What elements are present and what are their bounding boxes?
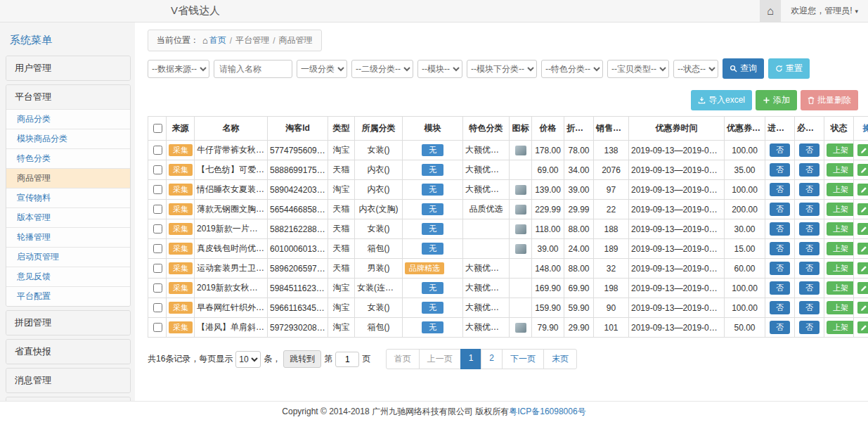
must-buy-toggle[interactable]: 否: [799, 262, 820, 275]
edit-button[interactable]: [857, 262, 868, 274]
sidebar-subitem-1-1[interactable]: 模块商品分类: [6, 129, 130, 148]
must-buy-toggle[interactable]: 否: [799, 143, 820, 157]
cell-actions: [854, 298, 868, 318]
row-checkbox[interactable]: [153, 185, 162, 194]
status-button[interactable]: 上架: [827, 262, 854, 275]
breadcrumb-home[interactable]: ⌂ 首页: [202, 34, 226, 46]
sidebar-item-0[interactable]: 用户管理: [6, 56, 130, 80]
status-button[interactable]: 上架: [827, 163, 854, 177]
import-select-toggle[interactable]: 否: [770, 281, 790, 295]
import-select-toggle[interactable]: 否: [770, 301, 790, 314]
page-button-3[interactable]: 2: [481, 349, 503, 369]
status-button[interactable]: 上架: [827, 203, 854, 216]
must-buy-toggle[interactable]: 否: [799, 321, 820, 334]
home-button[interactable]: ⌂: [760, 0, 781, 23]
must-buy-toggle[interactable]: 否: [799, 222, 820, 236]
sidebar-subitem-1-6[interactable]: 轮播管理: [6, 227, 130, 247]
edit-button[interactable]: [857, 302, 868, 314]
cell-taoke_id: 577479560965: [268, 141, 328, 160]
feature-category-filter[interactable]: --特色分类--: [541, 60, 603, 78]
row-checkbox[interactable]: [153, 146, 162, 155]
row-checkbox[interactable]: [153, 323, 162, 332]
status-button[interactable]: 上架: [827, 321, 854, 334]
add-button[interactable]: 添加: [756, 90, 797, 110]
must-buy-toggle[interactable]: 否: [799, 242, 820, 255]
sidebar-subitem-1-0[interactable]: 商品分类: [6, 109, 130, 129]
sidebar-item-4[interactable]: 消息管理: [6, 369, 130, 392]
module-filter[interactable]: --模块--: [417, 60, 462, 78]
row-checkbox[interactable]: [153, 264, 162, 273]
status-button[interactable]: 上架: [827, 222, 854, 236]
table-row: 采集情侣睡衣女夏装棉男士...589042420344淘宝内衣()无大额优惠券1…: [148, 180, 868, 200]
row-checkbox[interactable]: [153, 205, 162, 214]
select-all-checkbox[interactable]: [153, 124, 162, 133]
import-select-toggle[interactable]: 否: [770, 262, 790, 275]
status-button[interactable]: 上架: [827, 301, 854, 314]
status-filter[interactable]: --状态--: [673, 60, 718, 78]
row-checkbox[interactable]: [153, 165, 162, 174]
import-select-toggle[interactable]: 否: [770, 143, 790, 157]
page-button-5[interactable]: 末页: [543, 349, 577, 369]
reset-button[interactable]: 重置: [768, 58, 810, 79]
edit-button[interactable]: [857, 203, 868, 215]
level2-category-filter[interactable]: --二级分类--: [351, 60, 413, 78]
column-header-coupon_time: 优惠券时间: [629, 117, 725, 141]
import-excel-button[interactable]: 导入excel: [691, 90, 752, 110]
row-checkbox[interactable]: [153, 303, 162, 312]
import-select-toggle[interactable]: 否: [770, 183, 790, 196]
row-checkbox[interactable]: [153, 283, 162, 293]
jump-page-input[interactable]: [335, 352, 359, 367]
level1-category-filter[interactable]: 一级分类: [297, 60, 347, 78]
row-checkbox[interactable]: [153, 224, 162, 234]
page-button-2[interactable]: 1: [460, 349, 482, 369]
import-select-toggle[interactable]: 否: [770, 163, 790, 177]
jump-button[interactable]: 跳转到: [283, 350, 321, 368]
edit-button[interactable]: [857, 144, 868, 156]
search-button[interactable]: 查询: [723, 58, 764, 79]
edit-button[interactable]: [857, 223, 868, 235]
must-buy-toggle[interactable]: 否: [799, 203, 820, 216]
sidebar-item-1[interactable]: 平台管理: [6, 85, 130, 109]
edit-button[interactable]: [857, 321, 868, 333]
page-button-4[interactable]: 下一页: [502, 349, 544, 369]
sidebar-subitem-1-7[interactable]: 启动页管理: [6, 247, 130, 267]
sidebar-item-3[interactable]: 省直快报: [6, 340, 130, 364]
batch-delete-button[interactable]: 批量删除: [801, 90, 858, 110]
status-button[interactable]: 上架: [827, 143, 854, 157]
must-buy-toggle[interactable]: 否: [799, 183, 820, 196]
must-buy-toggle[interactable]: 否: [799, 163, 820, 177]
sidebar-subitem-1-5[interactable]: 版本管理: [6, 207, 130, 227]
per-page-select[interactable]: 10: [235, 351, 261, 368]
import-select-toggle[interactable]: 否: [770, 222, 790, 236]
must-buy-toggle[interactable]: 否: [799, 281, 820, 295]
sidebar-subitem-1-2[interactable]: 特色分类: [6, 148, 130, 168]
edit-button[interactable]: [857, 184, 868, 196]
page-button-1[interactable]: 上一页: [419, 349, 461, 369]
user-dropdown[interactable]: 欢迎您，管理员! ▾: [781, 5, 868, 17]
row-checkbox[interactable]: [153, 244, 162, 253]
must-buy-toggle[interactable]: 否: [799, 301, 820, 314]
edit-button[interactable]: [857, 164, 868, 176]
edit-button[interactable]: [857, 243, 868, 255]
sidebar-subitem-1-3[interactable]: 商品管理: [6, 168, 130, 188]
page-button-0[interactable]: 首页: [386, 349, 420, 369]
edit-button[interactable]: [857, 282, 868, 294]
status-button[interactable]: 上架: [827, 281, 854, 295]
data-source-filter[interactable]: --数据来源--: [148, 60, 209, 78]
module-sub-category-filter[interactable]: --模块下分类--: [467, 60, 537, 78]
sidebar-item-2[interactable]: 拼团管理: [6, 311, 130, 335]
sidebar-subitem-1-8[interactable]: 意见反馈: [6, 267, 130, 286]
sidebar-subitem-1-4[interactable]: 宣传物料: [6, 188, 130, 207]
status-button[interactable]: 上架: [827, 183, 854, 196]
breadcrumb-item-platform[interactable]: 平台管理: [235, 34, 269, 46]
name-search-input[interactable]: [214, 60, 292, 78]
status-button[interactable]: 上架: [827, 242, 854, 255]
item-type-filter[interactable]: --宝贝类型--: [607, 60, 669, 78]
sidebar-subitem-1-9[interactable]: 平台配置: [6, 286, 130, 306]
import-select-toggle[interactable]: 否: [770, 321, 790, 334]
cell-discount: 29.99: [564, 200, 594, 219]
icp-link[interactable]: 粤ICP备16098006号: [509, 406, 585, 418]
import-select-toggle[interactable]: 否: [770, 203, 790, 216]
import-select-toggle[interactable]: 否: [770, 242, 790, 255]
column-header-icon: 图标: [510, 117, 532, 141]
